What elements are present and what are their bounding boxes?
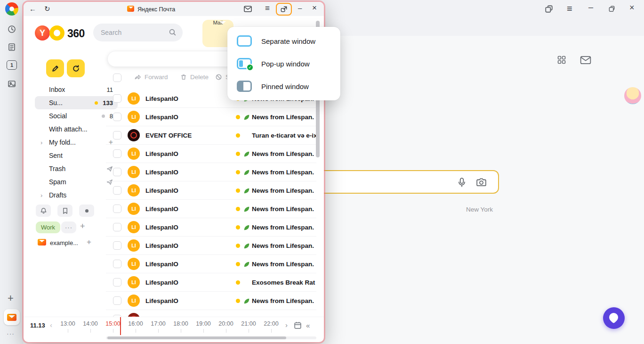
timeline-next-icon[interactable]: › (285, 321, 288, 328)
menu-item[interactable]: Separate window (227, 30, 340, 52)
select-all-checkbox[interactable] (113, 74, 121, 82)
window-menu-icon[interactable]: ≡ (265, 4, 270, 12)
mail-window-titlebar[interactable]: ← ↻ Яндекс Почта ≡ – × (24, 2, 324, 16)
timeline-date[interactable]: 11.13 (30, 322, 45, 329)
bookmarks-pill[interactable] (57, 205, 72, 217)
menu-item[interactable]: Pinned window (227, 75, 340, 98)
email-row[interactable]: LI LifespanIO News from Lifespan. (106, 255, 316, 273)
rail-add-button[interactable]: + (8, 292, 14, 304)
apps-grid-icon[interactable] (557, 55, 566, 65)
titlebar-mail-icon[interactable] (244, 6, 252, 12)
folder-row[interactable]: Spam (35, 175, 118, 188)
email-checkbox[interactable] (113, 94, 121, 103)
delete-button[interactable]: Delete (180, 74, 209, 81)
sender-name: LifespanIO (145, 279, 178, 286)
page-mail-icon[interactable] (580, 56, 591, 65)
voice-search-icon[interactable] (457, 177, 467, 188)
history-icon[interactable] (7, 25, 16, 34)
email-row[interactable]: LI LifespanIO Exosomes Break Rat Lif (106, 273, 316, 292)
add-account-button[interactable]: + (87, 238, 91, 247)
account-label[interactable]: example... (50, 239, 78, 246)
window-close-icon[interactable]: × (312, 4, 317, 12)
email-checkbox[interactable] (113, 131, 121, 139)
mail-app-icon[interactable] (4, 309, 20, 325)
folder-row[interactable]: Sent (35, 149, 118, 162)
forward-button[interactable]: Forward (134, 74, 168, 81)
email-row[interactable]: LI LifespanIO News from Lifespan. (106, 237, 316, 255)
mail-search-bar[interactable] (93, 24, 183, 41)
location-label[interactable]: New York (466, 206, 493, 213)
tabs-overview-icon[interactable] (545, 5, 553, 13)
email-checkbox[interactable] (113, 260, 121, 268)
menu-item-label: Pop-up window (261, 60, 310, 68)
record-dot-pill[interactable] (79, 205, 94, 217)
email-checkbox[interactable] (113, 149, 121, 158)
email-row[interactable]: LI LifespanIO News from Lifespan. (106, 292, 316, 310)
email-checkbox[interactable] (113, 168, 121, 176)
email-checkbox[interactable] (113, 205, 121, 213)
browser-minimize-button[interactable]: – (588, 3, 593, 11)
email-row[interactable]: LI LifespanIO News from Lifespan. (106, 181, 316, 200)
email-checkbox[interactable] (113, 223, 121, 231)
timeline-prev-icon[interactable]: ‹ (50, 321, 52, 328)
chevron-right-icon[interactable]: › (40, 192, 42, 199)
email-subject: News from Lifespan. (252, 205, 316, 213)
image-search-icon[interactable] (476, 177, 487, 188)
email-subject: News from Lifespan. (252, 224, 316, 231)
folder-row[interactable]: › My fold... + (35, 136, 118, 149)
email-checkbox[interactable] (113, 241, 121, 250)
browser-restore-button[interactable] (608, 5, 615, 12)
tag-add-button[interactable]: + (80, 221, 85, 231)
compose-button[interactable] (46, 59, 64, 77)
folder-row[interactable]: Inbox 11 (35, 83, 118, 96)
rail-more-icon[interactable]: ··· (7, 330, 15, 337)
leaf-icon (243, 151, 250, 157)
sender-name: EVENT OFFICE (145, 132, 192, 139)
timeline-hour: 13:00 (56, 320, 79, 333)
folder-row[interactable]: › Drafts (35, 188, 118, 202)
sender-name: LifespanIO (145, 169, 178, 176)
email-row[interactable]: LI LifespanIO News from Lifespan. (106, 218, 316, 237)
horizontal-scrollbar-thumb[interactable] (107, 336, 286, 339)
browser-menu-icon[interactable]: ≡ (567, 4, 572, 13)
window-mode-button[interactable] (276, 3, 292, 16)
folder-row[interactable]: Su... 133 (35, 96, 118, 109)
email-row[interactable]: LI LifespanIO News from Lifespan. (106, 200, 316, 218)
email-checkbox[interactable] (113, 296, 121, 305)
gallery-icon[interactable] (7, 79, 16, 89)
tag-work[interactable]: Work (36, 221, 60, 233)
leaf-icon (243, 188, 250, 194)
email-row[interactable]: LI LifespanIO News from Lifespan. (106, 163, 316, 181)
reload-icon[interactable]: ↻ (44, 5, 50, 12)
yandex-browser-logo[interactable] (5, 2, 18, 16)
alice-assistant-button[interactable] (603, 307, 625, 329)
email-row[interactable]: LI LifespanIO News from Lifespan. (106, 145, 316, 163)
mail-search-input[interactable] (101, 24, 167, 41)
refresh-button[interactable] (67, 59, 85, 77)
notes-icon[interactable] (7, 42, 16, 52)
tab-counter-badge[interactable]: 1 (7, 60, 17, 70)
window-minimize-icon[interactable]: – (298, 4, 302, 11)
calendar-icon[interactable] (294, 321, 302, 329)
tag-more-button[interactable]: ··· (61, 221, 76, 233)
folder-row[interactable]: Social 8 (35, 109, 118, 123)
email-checkbox[interactable] (113, 278, 121, 287)
user-avatar[interactable] (624, 87, 641, 104)
notifications-pill[interactable] (36, 205, 51, 217)
search-icon[interactable] (169, 28, 177, 36)
unread-dot (236, 207, 240, 211)
email-row[interactable]: LI LifespanIO News from Lifespan. (106, 108, 316, 126)
email-checkbox[interactable] (113, 113, 121, 121)
menu-item[interactable]: ✓ Pop-up window (227, 52, 340, 75)
email-row[interactable] (106, 310, 316, 317)
chevron-right-icon[interactable]: › (40, 139, 42, 146)
email-list: LI LifespanIO News from Lifespan. LI Lif… (106, 90, 316, 317)
email-row[interactable]: EVENT OFFICE Turan e-ticarət və e-ixra (106, 126, 316, 145)
browser-close-button[interactable]: × (629, 3, 635, 12)
back-icon[interactable]: ← (29, 5, 36, 12)
folder-row[interactable]: With attach... (35, 123, 118, 136)
folder-row[interactable]: Trash (35, 162, 118, 175)
forward-label: Forward (145, 74, 168, 81)
timeline-collapse-icon[interactable]: « (306, 321, 310, 329)
email-checkbox[interactable] (113, 186, 121, 195)
